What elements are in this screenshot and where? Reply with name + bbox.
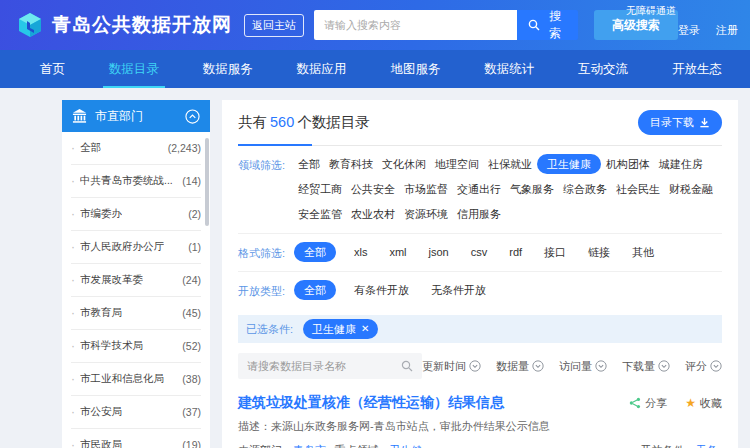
remove-condition-close-icon[interactable]: ✕: [361, 319, 369, 339]
bullet-icon: ·: [71, 306, 75, 320]
login-link[interactable]: 登录: [678, 23, 700, 38]
share-button[interactable]: 分享: [629, 396, 667, 411]
bullet-icon: ·: [71, 372, 75, 386]
accessibility-link[interactable]: 无障碍通道: [626, 4, 676, 18]
domain-chip-public-safety[interactable]: 公共安全: [347, 179, 399, 199]
domain-chip-transportation[interactable]: 交通出行: [453, 179, 505, 199]
format-chip-rdf[interactable]: rdf: [505, 242, 526, 262]
departments-sidebar: 市直部门 ·全部(2,243) ·中共青岛市委统战...(14) ·市编委办(2…: [62, 100, 210, 448]
collapse-chevron-up-icon[interactable]: [185, 109, 200, 124]
nav-item-home[interactable]: 首页: [40, 50, 65, 88]
format-chip-link[interactable]: 链接: [584, 242, 614, 262]
bullet-icon: ·: [71, 339, 75, 353]
open-type-chip-all-active[interactable]: 全部: [294, 280, 336, 300]
domain-chip-education-tech[interactable]: 教育科技: [325, 154, 377, 174]
department-list: ·全部(2,243) ·中共青岛市委统战...(14) ·市编委办(2) ·市人…: [62, 132, 210, 448]
result-meta-row: 来源部门：青岛市胶州市 重点领域：卫生健康 发布时间： 更新时间：2022-10…: [238, 443, 722, 448]
sort-update-time[interactable]: 更新时间: [422, 359, 481, 374]
domain-chip-finance-tax[interactable]: 财税金融: [665, 179, 717, 199]
sort-data-volume[interactable]: 数据量: [496, 359, 544, 374]
format-chip-json[interactable]: json: [425, 242, 453, 262]
sort-visits[interactable]: 访问量: [559, 359, 607, 374]
sort-rating[interactable]: 评分: [685, 359, 722, 374]
domain-chip-livelihood[interactable]: 社会民生: [612, 179, 664, 199]
domain-filter-row: 领域筛选: 全部 教育科技 文化休闲 地理空间 社保就业 卫生健康 机构团体 城…: [238, 146, 722, 234]
open-type-filter-label: 开放类型:: [238, 280, 294, 305]
favorite-button[interactable]: ★ 收藏: [685, 396, 722, 411]
nav-item-data-services[interactable]: 数据服务: [203, 50, 253, 88]
nav-item-data-statistics[interactable]: 数据统计: [484, 50, 534, 88]
domain-chip-safety-regulation[interactable]: 安全监管: [294, 204, 346, 224]
sidebar-item-development-reform[interactable]: ·市发展改革委(24): [71, 264, 201, 297]
sidebar-item-bianweiban[interactable]: ·市编委办(2): [71, 198, 201, 231]
format-chip-api[interactable]: 接口: [540, 242, 570, 262]
open-type-filter-row: 开放类型: 全部 有条件开放 无条件开放: [238, 272, 722, 309]
bullet-icon: ·: [71, 141, 75, 155]
domain-chip-culture-leisure[interactable]: 文化休闲: [378, 154, 430, 174]
format-chip-xml[interactable]: xml: [385, 242, 410, 262]
open-type-chip-conditional[interactable]: 有条件开放: [350, 280, 413, 300]
catalog-result-item: 建筑垃圾处置核准（经营性运输）结果信息 分享 ★ 收藏 描述：来源山东政务服务网…: [238, 387, 722, 448]
nav-item-interaction[interactable]: 互动交流: [578, 50, 628, 88]
sidebar-item-civil-affairs[interactable]: ·市民政局(19): [71, 429, 201, 448]
sidebar-item-all[interactable]: ·全部(2,243): [71, 132, 201, 165]
selected-condition-chip-health[interactable]: 卫生健康 ✕: [303, 319, 378, 339]
domain-chip-institutions[interactable]: 机构团体: [602, 154, 654, 174]
chevron-circle-icon: [469, 360, 481, 372]
share-icon: [629, 397, 641, 409]
header-search-button[interactable]: 搜索: [517, 10, 578, 40]
catalog-download-button[interactable]: 目录下载: [638, 110, 722, 135]
sidebar-item-industry-it[interactable]: ·市工业和信息化局(38): [71, 363, 201, 396]
catalog-search-input[interactable]: [247, 360, 401, 372]
format-chip-xls[interactable]: xls: [350, 242, 371, 262]
sidebar-item-gov-office[interactable]: ·市人民政府办公厅(1): [71, 231, 201, 264]
domain-chip-geospatial[interactable]: 地理空间: [431, 154, 483, 174]
domain-chip-all[interactable]: 全部: [294, 154, 324, 174]
domain-filter-label: 领域筛选:: [238, 154, 294, 229]
header-search-input[interactable]: [314, 10, 517, 40]
format-filter-row: 格式筛选: 全部 xls xml json csv rdf 接口 链接 其他: [238, 234, 722, 272]
open-type-filter-options: 全部 有条件开放 无条件开放: [294, 280, 722, 305]
back-to-main-site-button[interactable]: 返回主站: [244, 14, 304, 37]
bullet-icon: ·: [71, 174, 75, 188]
nav-item-data-apps[interactable]: 数据应用: [297, 50, 347, 88]
bullet-icon: ·: [71, 405, 75, 419]
format-filter-label: 格式筛选:: [238, 242, 294, 267]
chevron-circle-icon: [710, 360, 722, 372]
domain-chip-trade-commerce[interactable]: 经贸工商: [294, 179, 346, 199]
logo-cube-icon: [16, 11, 44, 39]
sidebar-scrollbar[interactable]: [205, 138, 209, 226]
nav-item-map-services[interactable]: 地图服务: [390, 50, 440, 88]
site-logo: 青岛公共数据开放网: [16, 11, 232, 39]
sidebar-item-public-security[interactable]: ·市公安局(37): [71, 396, 201, 429]
domain-chip-social-security[interactable]: 社保就业: [484, 154, 536, 174]
sidebar-item-education[interactable]: ·市教育局(45): [71, 297, 201, 330]
header-search-label: 搜索: [544, 8, 567, 42]
chevron-circle-icon: [595, 360, 607, 372]
domain-chip-government-affairs[interactable]: 综合政务: [559, 179, 611, 199]
open-type-chip-unconditional[interactable]: 无条件开放: [427, 280, 490, 300]
selected-conditions-label: 已选条件:: [246, 322, 293, 337]
format-chip-other[interactable]: 其他: [628, 242, 658, 262]
summary-row: 共有560个数据目录 目录下载: [238, 110, 722, 146]
domain-chip-resources-env[interactable]: 资源环境: [400, 204, 452, 224]
format-chip-all-active[interactable]: 全部: [294, 242, 336, 262]
domain-chip-weather[interactable]: 气象服务: [506, 179, 558, 199]
domain-chip-credit-services[interactable]: 信用服务: [453, 204, 505, 224]
site-title: 青岛公共数据开放网: [52, 12, 232, 38]
result-title-link[interactable]: 建筑垃圾处置核准（经营性运输）结果信息: [238, 394, 504, 412]
domain-chip-health-active[interactable]: 卫生健康: [537, 154, 601, 174]
sort-downloads[interactable]: 下载量: [622, 359, 670, 374]
domain-chip-market-supervision[interactable]: 市场监督: [400, 179, 452, 199]
nav-item-data-catalog[interactable]: 数据目录: [109, 50, 159, 88]
result-head: 建筑垃圾处置核准（经营性运输）结果信息 分享 ★ 收藏: [238, 394, 722, 412]
auth-links: 登录 注册: [678, 13, 738, 38]
format-chip-csv[interactable]: csv: [467, 242, 492, 262]
sidebar-item-united-front[interactable]: ·中共青岛市委统战...(14): [71, 165, 201, 198]
sidebar-item-science-tech[interactable]: ·市科学技术局(52): [71, 330, 201, 363]
catalog-main-panel: 共有560个数据目录 目录下载 领域筛选: 全部 教育科技 文化休闲 地理空间 …: [222, 100, 738, 448]
domain-chip-agriculture[interactable]: 农业农村: [347, 204, 399, 224]
domain-chip-housing[interactable]: 城建住房: [655, 154, 707, 174]
nav-item-open-ecosystem[interactable]: 开放生态: [672, 50, 722, 88]
register-link[interactable]: 注册: [716, 23, 738, 38]
